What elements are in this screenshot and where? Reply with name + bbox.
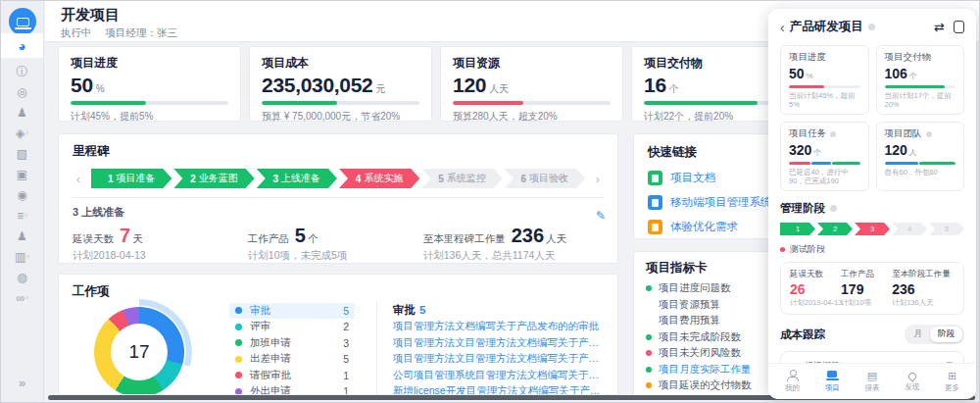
- workitems-donut[interactable]: 17: [94, 307, 184, 395]
- step-number: 5: [438, 174, 444, 184]
- metric-label: 工作产品: [248, 232, 289, 244]
- approval-link[interactable]: 新增license开发目管理方法文档编写关于产品申请: [393, 382, 604, 395]
- back-icon[interactable]: ‹: [780, 22, 785, 33]
- stat-unit: 人天: [489, 83, 509, 94]
- mobile-app-icon: [648, 195, 662, 210]
- milestone-steps: ‹ 1项目准备 2业务蓝图 3上线准备 4系统实施 5系统监控 6项目验收 ›: [73, 169, 604, 198]
- toggle-stage[interactable]: 阶段: [930, 327, 962, 342]
- milestone-step-6[interactable]: 6项目验收: [505, 169, 585, 188]
- approval-count: 5: [419, 304, 425, 316]
- metric-products: 工作产品5个 计划10项，未完成5项: [248, 225, 423, 263]
- donut-legend: 审批5 评审2 加班申请3 出差申请5 请假审批1 外出申请1: [229, 303, 355, 396]
- info-dot-icon: [830, 131, 836, 137]
- work-items-card: 工作项 17 审批5 评审2 加班申请3 出差申请5 请假审批1 外出申请1 审…: [58, 274, 618, 395]
- approval-link[interactable]: 项目管理方法文档编写关于产品发布的的审批: [393, 318, 604, 334]
- approval-link[interactable]: 项目管理方法文目管理方法文档编写关于产品发档编写任务: [393, 334, 604, 351]
- switch-project-icon[interactable]: ⇄: [934, 20, 945, 34]
- team-icon: ♟: [17, 230, 27, 242]
- milestone-step-2[interactable]: 2业务蓝图: [173, 169, 254, 188]
- nav-item-report[interactable]: ▤报表: [858, 370, 887, 393]
- legend-dot: [235, 356, 242, 363]
- stage-step-5[interactable]: 5: [929, 223, 964, 235]
- approval-list: 审批5 项目管理方法文档编写关于产品发布的的审批 项目管理方法文目管理方法文档编…: [393, 303, 604, 395]
- panel-card-tasks[interactable]: 项目任务 320个 已延迟40，进行中90，已完成190: [780, 122, 869, 191]
- sidebar-item-shield[interactable]: ◉: [17, 189, 26, 201]
- sidebar-item-dashboard[interactable]: ◕: [1, 33, 43, 58]
- progress-bar: [453, 101, 611, 105]
- legend-item-leave[interactable]: 请假审批1: [229, 368, 355, 384]
- stage-step-1[interactable]: 1: [780, 223, 815, 235]
- double-chevron-icon: »: [19, 376, 25, 390]
- progress-bar: [789, 85, 860, 88]
- step-label: 系统实施: [364, 172, 403, 185]
- approval-link[interactable]: 项目管理方法文目管理方法文档编写关于产品发档编写任务: [393, 350, 604, 367]
- metric-label: 延误天数: [73, 232, 114, 244]
- edit-icon[interactable]: ✎: [596, 209, 606, 223]
- legend-dot: [235, 372, 242, 378]
- quick-link-label: 移动端项目管理系统: [670, 195, 772, 210]
- approval-header: 审批5: [393, 303, 604, 318]
- sidebar-item-archive[interactable]: ▣: [17, 169, 27, 180]
- sidebar-item-report[interactable]: ▥›: [15, 251, 29, 263]
- current-stage: 测试阶段: [780, 243, 964, 256]
- sidebar-item-milestone[interactable]: ◈›: [16, 127, 28, 139]
- step-label: 业务蓝图: [199, 172, 238, 185]
- stage-step-4[interactable]: 4: [892, 223, 927, 235]
- sidebar-item-board[interactable]: ▧: [17, 148, 27, 160]
- nav-item-more[interactable]: ⊞更多: [938, 370, 967, 393]
- nav-item-project[interactable]: 项目: [817, 370, 847, 393]
- nav-item-discover[interactable]: 发现: [898, 371, 927, 392]
- divider: [376, 302, 377, 395]
- milestone-step-5[interactable]: 5系统监控: [421, 169, 502, 188]
- toggle-month[interactable]: 月: [906, 327, 931, 342]
- legend-item-travel[interactable]: 出差申请5: [229, 351, 355, 368]
- milestone-icon: ◈: [16, 127, 24, 139]
- quick-link-label: 项目文档: [670, 171, 715, 185]
- stage-step-3[interactable]: 3: [855, 223, 890, 235]
- step-label: 系统监控: [447, 172, 486, 185]
- legend-item-overtime[interactable]: 加班申请3: [229, 335, 355, 352]
- cost-section-header: 成本跟踪 月 阶段: [780, 325, 964, 344]
- sidebar-item-link[interactable]: ∞›: [16, 292, 27, 304]
- legend-dot: [235, 388, 242, 395]
- legend-item-out[interactable]: 外出申请1: [229, 383, 355, 395]
- approval-link[interactable]: 公司项目管理系统目管理方法文档编写关于产品发布申请: [393, 367, 604, 383]
- stage-step-2[interactable]: 2: [817, 223, 853, 235]
- nav-item-mine[interactable]: 我的: [777, 370, 807, 393]
- legend-item-approval[interactable]: 审批5: [229, 303, 355, 320]
- chevron-right-icon: ›: [24, 210, 27, 222]
- sidebar-item-team[interactable]: ♟: [17, 230, 27, 242]
- stat-unit: %: [96, 83, 105, 94]
- milestone-step-4[interactable]: 4系统实施: [339, 169, 419, 188]
- mobile-preview-panel: ‹ 产品研发项目 ⇄ 项目进度 50% 当前计划45%，超前5% 项目交付物 1…: [768, 9, 976, 399]
- sidebar-item-more[interactable]: ◍: [17, 272, 26, 283]
- stat-note: 预算 ¥ 75,000,000元，节省20%: [262, 110, 419, 124]
- panel-card-team[interactable]: 项目团队 120人 自有60，外包60: [876, 122, 965, 191]
- step-number: 2: [190, 174, 196, 184]
- stat-card-progress: 项目进度 50% 计划45%，提前5%: [58, 46, 241, 122]
- stat-value: 235,030,052: [262, 74, 372, 96]
- steps-next-button[interactable]: ›: [592, 172, 604, 186]
- device-icon[interactable]: [954, 21, 964, 33]
- panel-card-progress[interactable]: 项目进度 50% 当前计划45%，超前5%: [780, 45, 869, 115]
- metric-sub: 计划136人天，总共1174人天: [423, 249, 604, 263]
- milestone-step-3[interactable]: 3上线准备: [257, 169, 337, 188]
- workitems-donut-chart: 17: [86, 302, 204, 395]
- sidebar-item-list[interactable]: ≡›: [17, 210, 27, 222]
- legend-item-review[interactable]: 评审2: [229, 319, 355, 335]
- legend-dot: [235, 339, 242, 346]
- app-logo[interactable]: [9, 8, 36, 35]
- steps-prev-button[interactable]: ‹: [73, 172, 84, 186]
- sidebar-item-record[interactable]: ◎: [17, 86, 26, 98]
- sidebar-expand-button[interactable]: »: [1, 376, 43, 390]
- sidebar-item-info[interactable]: ⓘ: [17, 66, 28, 77]
- status-dot: [646, 367, 652, 373]
- sidebar-item-member[interactable]: ♟: [17, 107, 27, 119]
- archive-icon: ▣: [17, 169, 27, 180]
- milestone-step-1[interactable]: 1项目准备: [91, 169, 172, 188]
- step-number: 3: [273, 174, 279, 184]
- stat-value: 50: [71, 74, 93, 96]
- panel-card-deliverables[interactable]: 项目交付物 106个 当前计划17个，提前20%: [876, 45, 965, 115]
- list-icon: ≡: [17, 210, 24, 222]
- laptop-icon: [826, 370, 839, 381]
